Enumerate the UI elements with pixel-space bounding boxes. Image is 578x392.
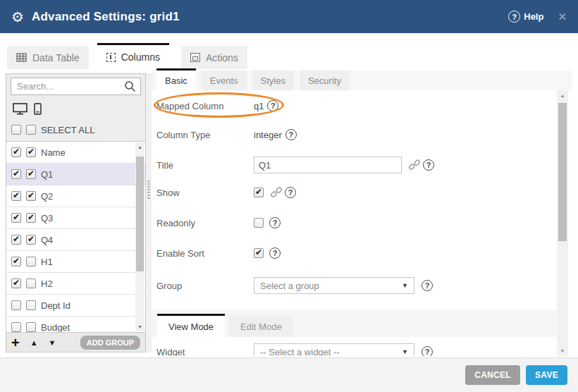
desktop-checkbox[interactable] — [11, 278, 21, 288]
field-label: Column Type — [156, 130, 254, 140]
move-up-button[interactable]: ▲ — [30, 338, 38, 347]
column-row[interactable]: Q4 — [6, 229, 145, 251]
link-icon[interactable] — [408, 159, 421, 171]
mobile-checkbox[interactable] — [26, 191, 36, 201]
scroll-up-icon[interactable]: ▲ — [557, 93, 568, 98]
mobile-checkbox[interactable] — [26, 213, 36, 223]
column-row[interactable]: H1 — [6, 251, 145, 273]
select-all-desktop-checkbox[interactable] — [11, 125, 21, 135]
move-down-button[interactable]: ▼ — [49, 338, 56, 347]
enable-sort-row: Enable Sort ? — [156, 245, 551, 261]
field-label: Readonly — [156, 218, 254, 228]
help-icon[interactable]: ? — [508, 11, 520, 23]
tab-styles[interactable]: Styles — [252, 71, 294, 90]
scroll-thumb[interactable] — [136, 157, 144, 271]
widget-row: Widget -- Select a widget -- ▼ ? — [156, 342, 551, 356]
field-label: Group — [156, 281, 254, 291]
field-label: Title — [156, 160, 254, 171]
question-icon[interactable]: ? — [267, 100, 278, 111]
link-icon[interactable] — [270, 186, 283, 199]
tab-columns[interactable]: Columns — [97, 43, 169, 69]
tab-view-mode[interactable]: View Mode — [157, 314, 225, 337]
desktop-checkbox[interactable] — [11, 169, 21, 179]
mobile-icon[interactable] — [34, 103, 42, 115]
mobile-checkbox[interactable] — [26, 235, 36, 245]
chevron-down-icon: ▼ — [402, 282, 408, 289]
desktop-checkbox[interactable] — [11, 147, 21, 157]
column-row[interactable]: Q2 — [6, 185, 145, 207]
desktop-checkbox[interactable] — [11, 191, 21, 201]
group-row: Group Select a group ▼ ? — [156, 276, 551, 295]
desktop-checkbox[interactable] — [11, 257, 21, 267]
column-row[interactable]: Budget — [6, 317, 145, 332]
desktop-icon[interactable] — [13, 103, 27, 115]
question-icon[interactable]: ? — [285, 129, 297, 140]
tab-security[interactable]: Security — [300, 71, 350, 90]
column-type-value: integer — [254, 130, 282, 140]
column-label: Q4 — [41, 235, 53, 245]
mobile-checkbox[interactable] — [26, 278, 36, 288]
widget-select[interactable]: -- Select a widget -- ▼ — [254, 343, 414, 356]
tab-label: Basic — [165, 75, 187, 86]
column-row[interactable]: Q1 — [6, 164, 145, 185]
desktop-checkbox[interactable] — [11, 213, 21, 223]
desktop-checkbox[interactable] — [11, 235, 21, 245]
panel-splitter[interactable] — [146, 73, 152, 353]
desktop-checkbox[interactable] — [11, 300, 21, 310]
table-icon — [16, 53, 27, 62]
question-icon[interactable]: ? — [269, 217, 281, 228]
readonly-checkbox[interactable] — [254, 218, 264, 228]
mobile-checkbox[interactable] — [26, 322, 36, 332]
scroll-thumb[interactable] — [558, 103, 567, 241]
question-icon[interactable]: ? — [422, 346, 433, 356]
column-row[interactable]: Name — [6, 142, 145, 164]
detail-tabbar: Basic Events Styles Security — [152, 71, 572, 90]
title-row: Title ? — [156, 155, 551, 175]
save-button[interactable]: SAVE — [526, 365, 567, 385]
list-scrollbar[interactable]: ▲ ▼ — [135, 142, 144, 331]
add-group-button[interactable]: ADD GROUP — [80, 336, 140, 350]
column-row[interactable]: H2 — [6, 273, 145, 295]
dialog-header: ⚙ Advanced Settings: grid1 ? Help ✕ — [0, 0, 578, 33]
mobile-checkbox[interactable] — [26, 300, 36, 310]
column-row[interactable]: Q3 — [6, 207, 145, 229]
device-toggle-row — [6, 99, 145, 118]
tab-label: Columns — [121, 51, 160, 63]
tab-basic[interactable]: Basic — [156, 68, 196, 90]
mobile-checkbox[interactable] — [26, 169, 36, 179]
dialog-title: Advanced Settings: grid1 — [32, 10, 180, 24]
group-select[interactable]: Select a group ▼ — [254, 277, 414, 294]
tab-actions[interactable]: Actions — [181, 46, 247, 69]
tab-data-table[interactable]: Data Table — [7, 46, 89, 69]
column-label: Budget — [41, 322, 70, 333]
columns-list-panel: SELECT ALL NameQ1Q2Q3Q4H1H2Dept IdBudget… — [6, 73, 146, 353]
cancel-button[interactable]: CANCEL — [465, 365, 520, 385]
panel-scrollbar[interactable]: ▲ ▼ — [557, 90, 568, 356]
scroll-up-icon[interactable]: ▲ — [135, 145, 144, 149]
show-checkbox[interactable] — [254, 188, 264, 197]
select-all-mobile-checkbox[interactable] — [26, 125, 36, 135]
question-icon[interactable]: ? — [423, 159, 434, 171]
question-icon[interactable]: ? — [269, 247, 281, 259]
search-input[interactable] — [11, 78, 141, 95]
help-link[interactable]: Help — [524, 11, 543, 22]
desktop-checkbox[interactable] — [11, 322, 21, 332]
title-input[interactable] — [254, 157, 402, 173]
column-label: Name — [41, 147, 66, 158]
mobile-checkbox[interactable] — [26, 147, 36, 157]
mapped-column-value: q1 — [254, 101, 264, 111]
enable-sort-checkbox[interactable] — [254, 248, 264, 258]
tab-label: Edit Mode — [240, 321, 282, 332]
mobile-checkbox[interactable] — [26, 257, 36, 267]
tab-edit-mode[interactable]: Edit Mode — [229, 316, 293, 337]
close-icon[interactable]: ✕ — [558, 11, 567, 23]
mapped-column-row: Mapped Column q1 ? — [156, 97, 551, 115]
question-icon[interactable]: ? — [422, 280, 433, 291]
scroll-down-icon[interactable]: ▼ — [135, 324, 144, 329]
column-row[interactable]: Dept Id — [6, 295, 145, 317]
tab-events[interactable]: Events — [202, 71, 247, 90]
chevron-down-icon: ▼ — [402, 348, 408, 355]
question-icon[interactable]: ? — [285, 187, 296, 198]
add-column-button[interactable]: + — [11, 336, 20, 350]
scroll-down-icon[interactable]: ▼ — [557, 348, 568, 353]
